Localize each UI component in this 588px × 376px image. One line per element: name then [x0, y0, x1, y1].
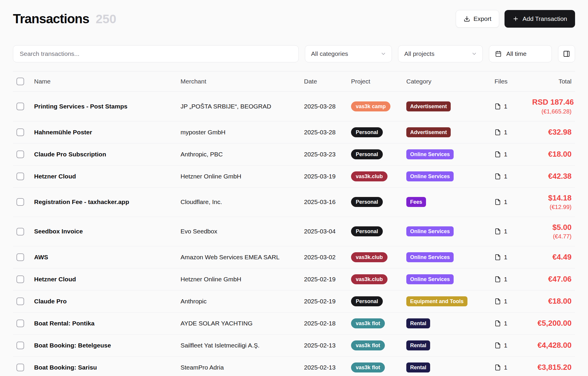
file-icon	[495, 320, 501, 327]
row-checkbox[interactable]	[16, 253, 24, 261]
row-checkbox[interactable]	[16, 320, 24, 327]
table-row[interactable]: Claude Pro Anthropic 2025-02-19 Personal…	[13, 290, 575, 313]
project-filter[interactable]: All projects	[398, 45, 483, 62]
project-badge[interactable]: vas3k flot	[351, 340, 385, 350]
table-row[interactable]: Hetzner Cloud Hetzner Online GmbH 2025-0…	[13, 165, 575, 187]
category-badge[interactable]: Online Services	[406, 226, 454, 236]
row-checkbox[interactable]	[16, 151, 24, 158]
file-count: 1	[504, 228, 507, 235]
total-amount: $5.00	[532, 223, 572, 232]
file-icon	[495, 276, 501, 283]
panel-columns-icon	[563, 50, 570, 57]
category-badge[interactable]: Advertisement	[406, 101, 451, 111]
table-row[interactable]: Hahnemühle Poster myposter GmbH 2025-03-…	[13, 121, 575, 143]
table-row[interactable]: Boat Booking: Betelgeuse Sailfleet Yat I…	[13, 335, 575, 357]
transaction-date: 2025-02-19	[300, 290, 348, 313]
row-checkbox[interactable]	[16, 364, 24, 371]
row-checkbox[interactable]	[16, 298, 24, 305]
row-checkbox[interactable]	[16, 198, 24, 206]
table-row[interactable]: Claude Pro Subscription Anthropic, PBC 2…	[13, 143, 575, 165]
transaction-merchant: Anthropic	[177, 290, 300, 313]
transaction-name[interactable]: Printing Services - Post Stamps	[31, 92, 177, 121]
file-icon	[495, 103, 501, 110]
project-badge[interactable]: Personal	[351, 197, 383, 207]
project-badge[interactable]: Personal	[351, 149, 383, 159]
table-row[interactable]: Printing Services - Post Stamps JP „POŠT…	[13, 92, 575, 121]
transaction-name[interactable]: AWS	[31, 246, 177, 268]
date-range-filter[interactable]: All time	[489, 45, 552, 62]
category-filter[interactable]: All categories	[305, 45, 392, 62]
table-row[interactable]: Seedbox Invoice Evo Seedbox 2025-03-04 P…	[13, 217, 575, 246]
category-badge[interactable]: Fees	[406, 197, 426, 207]
transaction-name[interactable]: Hetzner Cloud	[31, 268, 177, 290]
row-checkbox[interactable]	[16, 128, 24, 136]
project-filter-value: All projects	[404, 50, 435, 57]
row-checkbox[interactable]	[16, 275, 24, 283]
table-row[interactable]: AWS Amazon Web Services EMEA SARL 2025-0…	[13, 246, 575, 268]
project-badge[interactable]: vas3k flot	[351, 318, 385, 328]
category-badge[interactable]: Rental	[406, 318, 430, 328]
transaction-name[interactable]: Seedbox Invoice	[31, 217, 177, 246]
search-input[interactable]	[13, 45, 299, 62]
category-badge[interactable]: Rental	[406, 362, 430, 372]
row-checkbox[interactable]	[16, 228, 24, 235]
transaction-date: 2025-02-18	[300, 313, 348, 335]
transaction-merchant: Cloudflare, Inc.	[177, 187, 300, 217]
transaction-name[interactable]: Boat Booking: Sarisu	[31, 357, 177, 376]
project-badge[interactable]: vas3k flot	[351, 362, 385, 372]
table-header-row: Name Merchant Date Project Category File…	[13, 71, 575, 92]
total-amount: €18.00	[532, 150, 572, 159]
category-badge[interactable]: Online Services	[406, 149, 454, 159]
row-checkbox[interactable]	[16, 342, 24, 349]
transaction-name[interactable]: Boat Booking: Betelgeuse	[31, 335, 177, 357]
table-row[interactable]: Boat Booking: Sarisu SteamPro Adria 2025…	[13, 357, 575, 376]
category-badge[interactable]: Rental	[406, 340, 430, 350]
file-count: 1	[504, 342, 507, 349]
transaction-merchant: SteamPro Adria	[177, 357, 300, 376]
project-badge[interactable]: Personal	[351, 296, 383, 306]
project-badge[interactable]: vas3k.club	[351, 252, 387, 262]
chevron-down-icon	[471, 51, 477, 57]
page-header: Transactions 250 Export Add Transaction	[13, 10, 575, 28]
column-header-name: Name	[31, 71, 177, 92]
row-checkbox[interactable]	[16, 103, 24, 110]
transaction-name[interactable]: Boat Rental: Pontika	[31, 313, 177, 335]
transaction-name[interactable]: Claude Pro Subscription	[31, 143, 177, 165]
category-badge[interactable]: Advertisement	[406, 127, 451, 137]
project-badge[interactable]: vas3k.club	[351, 274, 387, 284]
chevron-down-icon	[380, 51, 386, 57]
project-badge[interactable]: vas3k.club	[351, 171, 387, 181]
table-row[interactable]: Boat Rental: Pontika AYDE SOLAR YACHTING…	[13, 313, 575, 335]
file-icon	[495, 342, 501, 349]
transactions-count: 250	[96, 12, 116, 26]
table-row[interactable]: Registration Fee - taxhacker.app Cloudfl…	[13, 187, 575, 217]
table-row[interactable]: Hetzner Cloud Hetzner Online GmbH 2025-0…	[13, 268, 575, 290]
project-badge[interactable]: Personal	[351, 127, 383, 137]
category-badge[interactable]: Online Services	[406, 171, 454, 181]
category-badge[interactable]: Equipment and Tools	[406, 296, 467, 306]
transaction-name[interactable]: Registration Fee - taxhacker.app	[31, 187, 177, 217]
total-amount: €18.00	[532, 297, 572, 306]
column-header-project: Project	[348, 71, 403, 92]
file-icon	[495, 173, 501, 180]
transaction-name[interactable]: Claude Pro	[31, 290, 177, 313]
transaction-date: 2025-03-19	[300, 165, 348, 187]
transaction-date: 2025-03-16	[300, 187, 348, 217]
project-badge[interactable]: vas3k camp	[351, 101, 390, 111]
category-badge[interactable]: Online Services	[406, 274, 454, 284]
row-checkbox[interactable]	[16, 173, 24, 180]
total-secondary: (€1,665.28)	[532, 108, 572, 115]
add-transaction-button[interactable]: Add Transaction	[505, 10, 575, 28]
category-badge[interactable]: Online Services	[406, 252, 454, 262]
project-badge[interactable]: Personal	[351, 226, 383, 236]
columns-toggle-button[interactable]	[558, 45, 575, 62]
total-secondary: (€12.99)	[532, 203, 572, 211]
select-all-checkbox[interactable]	[16, 78, 24, 85]
file-icon	[495, 199, 501, 205]
transaction-name[interactable]: Hetzner Cloud	[31, 165, 177, 187]
file-icon	[495, 228, 501, 235]
export-button[interactable]: Export	[456, 10, 500, 28]
add-transaction-label: Add Transaction	[522, 15, 567, 22]
transaction-name[interactable]: Hahnemühle Poster	[31, 121, 177, 143]
transaction-merchant: Sailfleet Yat Isletmeciligi A.Ş.	[177, 335, 300, 357]
